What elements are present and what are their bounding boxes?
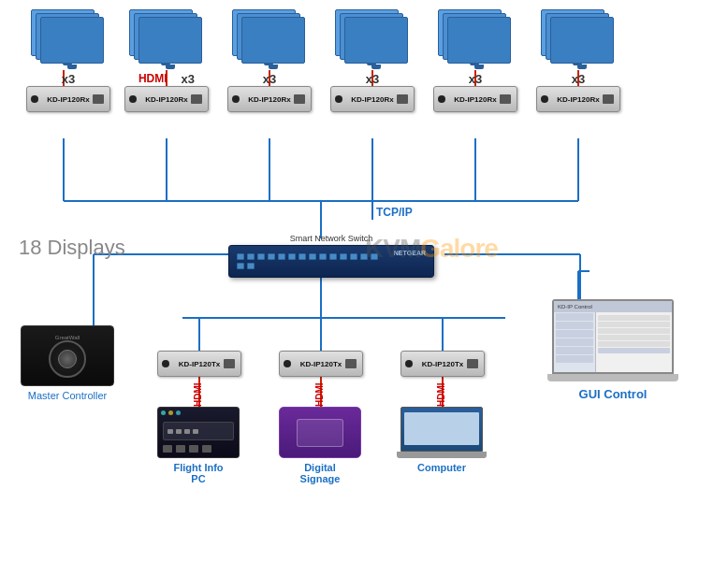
switch-port <box>278 253 285 260</box>
rx3-device: KD-IP120Rx <box>227 86 312 112</box>
switch-port <box>319 253 327 260</box>
displays-label: 18 Displays <box>19 236 125 260</box>
rx1-device: KD-IP120Rx <box>26 86 110 112</box>
switch-port <box>247 263 255 269</box>
master-box: GreatWall <box>21 325 114 386</box>
master-label: Master Controller <box>21 390 114 401</box>
switch-port <box>237 253 244 260</box>
switch-port <box>298 253 306 260</box>
laptop-screen: KD-IP Control <box>552 299 674 374</box>
switch-ports <box>237 253 386 269</box>
flight-pc-device <box>157 407 240 458</box>
rx2-device: KD-IP120Rx <box>124 86 209 112</box>
signage-device <box>279 407 361 458</box>
tcpip-label: TCP/IP <box>376 206 413 219</box>
hdmi-label-2: HDMI <box>314 377 325 407</box>
source-flight-pc: Flight InfoPC <box>157 407 240 484</box>
rx4-device: KD-IP120Rx <box>330 86 415 112</box>
rx1-count: x3 <box>62 72 75 86</box>
gui-label: GUI Control <box>552 387 674 401</box>
rx-unit-2: HDMI x3 KD-IP120Rx <box>124 9 209 112</box>
switch-box: NETGEAR <box>228 245 434 278</box>
tx3-device: KD-IP120Tx <box>400 351 485 377</box>
rx-unit-4: x3 KD-IP120Rx <box>330 9 415 112</box>
master-emblem <box>49 340 86 378</box>
switch-port <box>360 253 368 260</box>
network-switch: Smart Network Switch <box>228 234 434 278</box>
switch-label: Smart Network Switch <box>290 234 373 243</box>
signage-label: DigitalSignage <box>300 462 341 484</box>
diagram-container: KVMGalore TCP/IP 18 Displays x3 KD-IP120… <box>0 0 728 561</box>
rx6-device: KD-IP120Rx <box>536 86 620 112</box>
switch-port <box>247 253 255 260</box>
switch-port <box>288 253 296 260</box>
computer-label: Computer <box>417 462 466 473</box>
master-controller: GreatWall Master Controller <box>21 325 114 401</box>
switch-port <box>329 253 337 260</box>
switch-port <box>237 263 244 269</box>
screen-titlebar: KD-IP Control <box>554 301 672 312</box>
switch-port <box>350 253 357 260</box>
rx-unit-5: x3 KD-IP120Rx <box>433 9 517 112</box>
master-logo-text: GreatWall <box>55 335 80 340</box>
tx-unit-1: KD-IP120Tx <box>157 351 241 377</box>
rx5-count: x3 <box>469 72 482 86</box>
rx6-count: x3 <box>572 72 585 86</box>
hdmi-label-3: HDMI <box>436 377 446 407</box>
hdmi-label-1: HDMI <box>193 377 203 407</box>
flight-pc-label: Flight InfoPC <box>173 462 223 484</box>
tx-unit-3: KD-IP120Tx <box>400 351 485 377</box>
rx-unit-3: x3 KD-IP120Rx <box>227 9 312 112</box>
rx2-hdmi: HDMI <box>138 72 167 85</box>
source-signage: DigitalSignage <box>279 407 361 484</box>
rx5-device: KD-IP120Rx <box>433 86 517 112</box>
rx2-count: x3 <box>182 72 195 86</box>
switch-port <box>371 253 378 260</box>
tx1-device: KD-IP120Tx <box>157 351 241 377</box>
computer-device <box>400 407 483 458</box>
rx3-count: x3 <box>263 72 276 86</box>
rx-unit-6: x3 KD-IP120Rx <box>536 9 620 112</box>
switch-port <box>268 253 275 260</box>
tx2-device: KD-IP120Tx <box>279 351 363 377</box>
tx-unit-2: KD-IP120Tx <box>279 351 363 377</box>
rx4-count: x3 <box>366 72 379 86</box>
switch-port <box>309 253 316 260</box>
gui-control: KD-IP Control <box>552 299 674 401</box>
rx-unit-1: x3 KD-IP120Rx <box>26 9 110 112</box>
switch-port <box>257 253 265 260</box>
source-computer: Computer <box>400 407 483 473</box>
switch-brand: NETGEAR <box>394 250 426 256</box>
switch-port <box>340 253 347 260</box>
laptop: KD-IP Control <box>552 299 674 383</box>
